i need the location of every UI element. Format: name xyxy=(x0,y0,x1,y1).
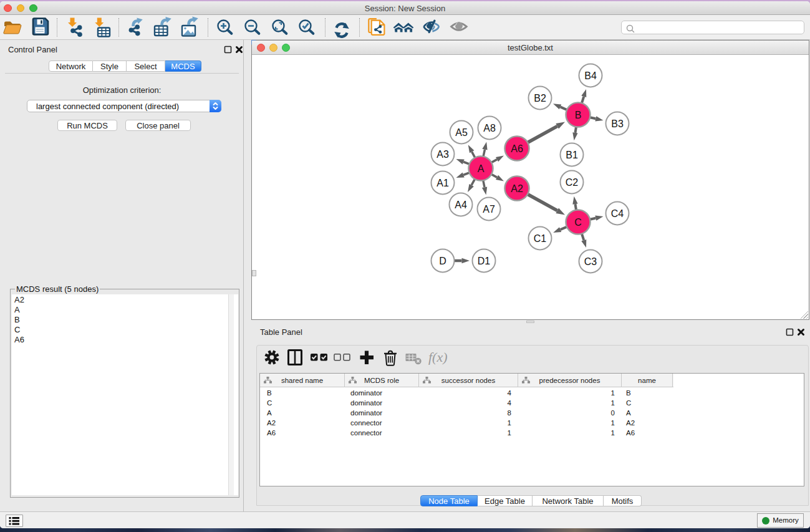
svg-text:C3: C3 xyxy=(584,256,597,267)
svg-text:D1: D1 xyxy=(478,256,491,266)
svg-text:A3: A3 xyxy=(436,149,449,160)
svg-text:B2: B2 xyxy=(534,93,546,104)
svg-text:B4: B4 xyxy=(584,70,597,81)
svg-text:A: A xyxy=(478,163,485,174)
svg-text:A4: A4 xyxy=(455,200,467,210)
svg-text:C2: C2 xyxy=(566,177,579,188)
svg-text:A8: A8 xyxy=(483,123,496,133)
svg-text:B1: B1 xyxy=(566,150,578,160)
svg-text:C1: C1 xyxy=(534,233,547,244)
svg-text:C4: C4 xyxy=(611,208,624,219)
svg-text:A2: A2 xyxy=(511,183,523,194)
svg-text:A5: A5 xyxy=(455,127,468,138)
svg-text:A7: A7 xyxy=(483,204,495,215)
svg-text:D: D xyxy=(439,256,446,266)
svg-text:A1: A1 xyxy=(436,178,449,188)
svg-text:B: B xyxy=(575,110,582,120)
svg-text:C: C xyxy=(574,217,582,228)
svg-text:B3: B3 xyxy=(611,118,624,129)
svg-text:A6: A6 xyxy=(511,143,523,154)
